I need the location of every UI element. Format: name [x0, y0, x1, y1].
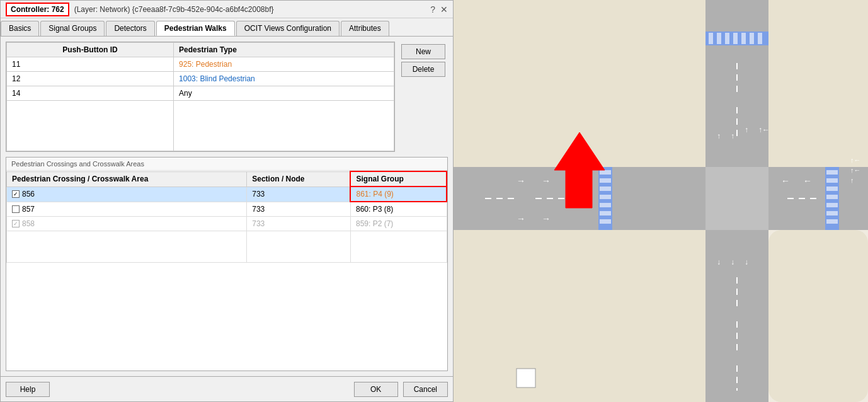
svg-text:↑: ↑ [745, 125, 748, 134]
svg-rect-79 [826, 187, 838, 191]
table-row[interactable]: 856 733 861: P4 (9) [7, 187, 447, 202]
section-857: 733 [247, 202, 351, 217]
table-row[interactable]: 14 Any [7, 86, 394, 101]
tab-bar: Basics Signal Groups Detectors Pedestria… [1, 18, 453, 37]
title-bar-icons: ? ✕ [430, 4, 448, 14]
tab-pedestrian-walks[interactable]: Pedestrian Walks [156, 21, 235, 36]
svg-rect-75 [750, 33, 754, 44]
svg-text:↓: ↓ [731, 258, 734, 267]
crossing-id-858: 858 [22, 219, 35, 228]
pedestrian-type-header: Pedestrian Type [174, 43, 394, 57]
crossings-table: Pedestrian Crossing / Crosswalk Area Sec… [6, 171, 447, 263]
svg-rect-81 [826, 203, 838, 207]
svg-text:↑: ↑ [850, 176, 854, 184]
title-bar-left: Controller: 762 (Layer: Network) {c7eeaa… [6, 3, 274, 16]
tab-ocit-views[interactable]: OCIT Views Configuration [236, 21, 340, 36]
crossings-section: Pedestrian Crossings and Crosswalk Areas… [6, 157, 448, 371]
controller-title: Controller: 762 [6, 3, 69, 16]
svg-rect-83 [826, 219, 838, 224]
checkbox-856[interactable] [12, 190, 20, 198]
svg-rect-68 [600, 211, 611, 215]
svg-rect-54 [454, 230, 705, 402]
svg-text:↑←: ↑← [850, 156, 861, 164]
svg-text:→: → [517, 214, 525, 224]
help-button[interactable]: Help [6, 382, 50, 397]
svg-rect-80 [826, 195, 838, 199]
pb-type-11: 925: Pedestrian [174, 57, 394, 72]
svg-rect-66 [600, 195, 611, 199]
svg-rect-51 [768, 230, 868, 402]
crossing-area-856: 856 [7, 187, 247, 202]
pb-id-12: 12 [7, 72, 174, 86]
checkbox-858[interactable] [12, 220, 20, 227]
svg-text:↑←: ↑← [758, 125, 770, 134]
svg-text:↓: ↓ [745, 258, 748, 267]
svg-rect-73 [733, 33, 738, 44]
pb-type-14: Any [174, 86, 394, 101]
crossings-section-title: Pedestrian Crossings and Crosswalk Areas [6, 158, 447, 171]
delete-button[interactable]: Delete [401, 62, 445, 77]
pb-type-12: 1003: Blind Pedestrian [174, 72, 394, 86]
signal-group-header: Signal Group [350, 171, 447, 187]
crossing-id-856: 856 [22, 190, 35, 198]
svg-rect-57 [705, 0, 768, 167]
svg-text:→: → [542, 214, 551, 224]
signal-group-858: 859: P2 (7) [350, 217, 447, 231]
ok-button[interactable]: OK [354, 382, 398, 397]
table-row[interactable]: 858 733 859: P2 (7) [7, 217, 447, 231]
push-button-buttons: New Delete [399, 42, 448, 152]
svg-rect-59 [705, 167, 768, 230]
table-row[interactable]: 12 1003: Blind Pedestrian [7, 72, 394, 86]
crossing-id-857: 857 [22, 205, 35, 214]
help-icon[interactable]: ? [430, 4, 435, 14]
footer-right: OK Cancel [354, 382, 448, 397]
svg-text:→: → [517, 176, 525, 186]
svg-rect-72 [725, 33, 729, 44]
svg-rect-78 [826, 178, 838, 183]
new-button[interactable]: New [401, 44, 445, 59]
svg-rect-77 [826, 170, 838, 175]
svg-rect-76 [758, 33, 762, 44]
close-icon[interactable]: ✕ [440, 4, 448, 14]
pb-id-11: 11 [7, 57, 174, 72]
tab-detectors[interactable]: Detectors [106, 21, 154, 36]
svg-rect-53 [768, 0, 868, 167]
table-row[interactable]: 11 925: Pedestrian [7, 57, 394, 72]
signal-group-856: 861: P4 (9) [350, 187, 447, 202]
crossing-area-header: Pedestrian Crossing / Crosswalk Area [7, 171, 247, 187]
svg-rect-82 [826, 211, 838, 215]
push-button-table-wrapper: Push-Button ID Pedestrian Type 11 925: P… [6, 42, 395, 152]
section-node-header: Section / Node [247, 171, 351, 187]
svg-rect-64 [600, 178, 611, 183]
svg-rect-71 [717, 33, 721, 44]
cancel-button[interactable]: Cancel [403, 382, 448, 397]
svg-rect-74 [741, 33, 746, 44]
signal-group-857: 860: P3 (8) [350, 202, 447, 217]
tab-content: Push-Button ID Pedestrian Type 11 925: P… [1, 37, 453, 376]
svg-rect-58 [705, 230, 768, 402]
tab-basics[interactable]: Basics [1, 21, 39, 36]
tab-attributes[interactable]: Attributes [341, 21, 389, 36]
crossing-area-857: 857 [7, 202, 247, 217]
footer-left: Help [6, 382, 50, 397]
push-button-id-header: Push-Button ID [7, 43, 174, 57]
section-856: 733 [247, 187, 351, 202]
push-button-section: Push-Button ID Pedestrian Type 11 925: P… [6, 42, 448, 152]
svg-text:↑←: ↑← [850, 166, 861, 174]
footer: Help OK Cancel [1, 376, 453, 401]
title-bar: Controller: 762 (Layer: Network) {c7eeaa… [1, 1, 453, 18]
svg-rect-69 [600, 219, 611, 224]
svg-text:↑: ↑ [717, 132, 721, 141]
svg-rect-65 [600, 187, 611, 191]
svg-text:→: → [542, 176, 551, 186]
table-row[interactable]: 857 733 860: P3 (8) [7, 202, 447, 217]
map-area: → → → ← ← ↑ ↑ ↑← ↑ ↑ ↓ [454, 0, 868, 402]
checkbox-857[interactable] [12, 205, 20, 213]
table-row-empty [7, 231, 447, 263]
tab-signal-groups[interactable]: Signal Groups [40, 21, 105, 36]
push-button-table: Push-Button ID Pedestrian Type 11 925: P… [6, 42, 394, 151]
svg-rect-67 [600, 203, 611, 207]
svg-rect-70 [709, 33, 713, 44]
svg-text:←: ← [781, 176, 790, 186]
window-subtitle: (Layer: Network) {c7eeaa8f-7c9b-452e-904… [74, 5, 274, 14]
